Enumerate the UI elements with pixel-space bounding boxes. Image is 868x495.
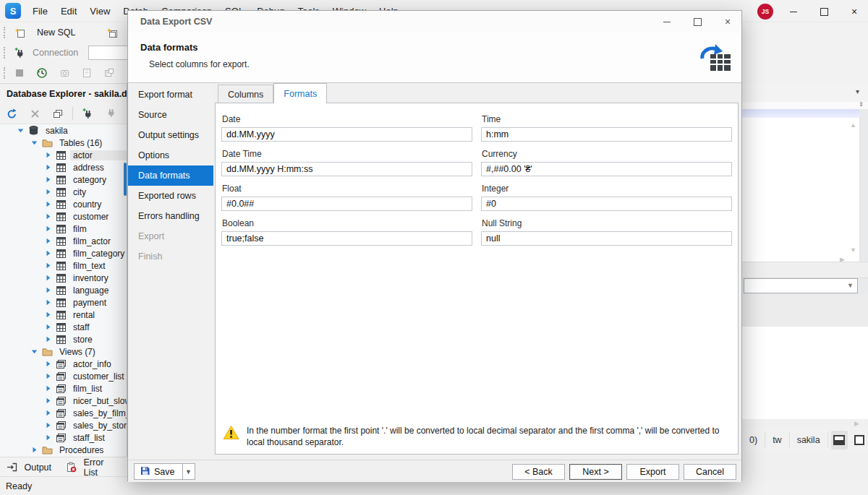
dialog-titlebar[interactable]: Data Export CSV	[128, 11, 741, 33]
field-input-date[interactable]	[221, 127, 472, 142]
chevron-right-icon[interactable]	[45, 361, 51, 367]
tab-formats[interactable]: Formats	[273, 83, 327, 103]
new-connection-icon[interactable]	[81, 107, 94, 120]
layout-split-button[interactable]	[831, 431, 848, 449]
window-maximize-button[interactable]	[816, 5, 832, 18]
tree-item-film_actor[interactable]: film_actor	[0, 235, 127, 247]
chevron-right-icon[interactable]	[45, 324, 51, 330]
menu-file[interactable]: File	[26, 6, 54, 17]
chevron-right-icon[interactable]	[45, 373, 51, 379]
tree-item-film[interactable]: film	[0, 223, 127, 235]
next-button[interactable]: Next >	[569, 464, 622, 480]
field-input-date-time[interactable]	[221, 162, 472, 176]
chevron-down-icon[interactable]	[31, 140, 38, 146]
filter-combobox[interactable]: ▼	[744, 278, 858, 293]
tree-item-sakila[interactable]: sakila	[0, 124, 127, 137]
chevron-right-icon[interactable]	[45, 397, 51, 404]
tree-item-actor[interactable]: actor	[0, 149, 127, 161]
tree-item-rental[interactable]: rental	[0, 309, 127, 321]
dialog-close-button[interactable]: ×	[718, 14, 738, 29]
tree-item-staff[interactable]: staff	[0, 321, 127, 333]
new-sql-button[interactable]: New SQL	[33, 27, 80, 38]
chevron-right-icon[interactable]	[45, 299, 51, 306]
tree-item-views7[interactable]: Views (7)	[0, 345, 127, 358]
tree-item-customer[interactable]: customer	[0, 210, 127, 223]
chevron-right-icon[interactable]	[45, 164, 51, 171]
tree-item-country[interactable]: country	[0, 198, 127, 210]
tree-item-film_category[interactable]: film_category	[0, 247, 127, 259]
field-input-integer[interactable]	[481, 197, 732, 211]
tree-item-film_list[interactable]: film_list	[0, 382, 127, 395]
tree-item-inventory[interactable]: inventory	[0, 272, 127, 284]
tab-columns[interactable]: Columns	[218, 85, 273, 103]
dialog-maximize-button[interactable]	[687, 14, 707, 29]
export-button[interactable]: Export	[626, 464, 679, 480]
field-input-currency[interactable]	[481, 162, 732, 176]
chevron-right-icon[interactable]	[45, 385, 51, 392]
tree-item-staff_list[interactable]: staff_list	[0, 431, 127, 444]
toolbar-grip[interactable]	[4, 27, 5, 38]
step-errors-handling[interactable]: Errors handling	[128, 206, 213, 226]
chevron-right-icon[interactable]	[45, 422, 51, 429]
step-data-formats[interactable]: Data formats	[128, 165, 213, 186]
back-button[interactable]: < Back	[512, 464, 565, 480]
chevron-down-icon[interactable]	[31, 349, 38, 355]
duplicate-window-icon[interactable]	[51, 107, 64, 120]
refresh-icon[interactable]	[5, 107, 18, 120]
window-minimize-button[interactable]	[786, 5, 801, 18]
editor-area[interactable]: ▲ ▼ ▶	[742, 118, 860, 262]
step-output-settings[interactable]: Output settings	[128, 125, 213, 145]
splitter-icon[interactable]: ⇕	[859, 101, 864, 108]
error-list-tab[interactable]: Error List	[84, 457, 117, 478]
chevron-down-icon[interactable]	[17, 128, 24, 134]
tree-item-language[interactable]: language	[0, 284, 127, 296]
delete-icon[interactable]	[28, 107, 41, 120]
field-input-boolean[interactable]	[221, 231, 472, 246]
save-button[interactable]: Save	[134, 463, 183, 480]
step-export[interactable]: Export	[128, 226, 213, 246]
tree-item-category[interactable]: category	[0, 173, 127, 186]
menu-edit[interactable]: Edit	[54, 6, 83, 17]
tree-item-nicer_but_slow[interactable]: nicer_but_slow	[0, 395, 127, 407]
user-avatar-badge[interactable]: JS	[757, 4, 773, 20]
chevron-right-icon[interactable]	[45, 287, 51, 293]
chevron-right-icon[interactable]	[45, 250, 51, 257]
field-input-null-string[interactable]	[481, 231, 732, 246]
chevron-right-icon[interactable]	[45, 410, 51, 416]
tree-item-procedures[interactable]: Procedures	[0, 444, 127, 456]
tree-item-payment[interactable]: payment	[0, 296, 127, 309]
chevron-right-icon[interactable]	[45, 189, 51, 195]
tree-item-tables16[interactable]: Tables (16)	[0, 137, 127, 149]
tree-item-city[interactable]: city	[0, 186, 127, 198]
new-connection-icon[interactable]	[13, 46, 26, 59]
step-exported-rows[interactable]: Exported rows	[128, 186, 213, 206]
explorer-scrollbar-thumb[interactable]	[124, 163, 127, 196]
chevron-right-icon[interactable]	[45, 262, 51, 269]
tree-item-store[interactable]: store	[0, 333, 127, 345]
tree-item-customer_list[interactable]: customer_list	[0, 370, 127, 382]
tree-item-sales_by_film_[interactable]: sales_by_film_	[0, 407, 127, 419]
window-close-button[interactable]: ×	[846, 5, 862, 18]
scroll-up-icon[interactable]: ▲	[850, 121, 856, 129]
chevron-right-icon[interactable]	[45, 311, 51, 318]
field-input-float[interactable]	[221, 197, 472, 211]
chevron-right-icon[interactable]	[31, 447, 38, 453]
layout-single-button[interactable]	[851, 431, 868, 449]
field-input-time[interactable]	[481, 127, 732, 142]
grid-selected-row[interactable]	[742, 109, 859, 118]
step-source[interactable]: Source	[128, 105, 213, 125]
cancel-button[interactable]: Cancel	[684, 464, 736, 480]
toolbar-grip[interactable]	[4, 67, 5, 79]
toolbar-grip[interactable]	[4, 47, 5, 59]
chevron-right-icon[interactable]	[45, 176, 51, 183]
chevron-right-icon[interactable]	[45, 201, 51, 207]
chevron-right-icon[interactable]	[45, 238, 51, 244]
chevron-right-icon[interactable]	[45, 152, 51, 158]
chevron-right-icon[interactable]	[45, 336, 51, 343]
expand-right-icon[interactable]: ▶	[854, 420, 859, 427]
status-segment-database[interactable]: sakila	[790, 433, 828, 447]
disconnect-icon[interactable]	[105, 107, 118, 120]
tree-item-address[interactable]: address	[0, 161, 127, 173]
toolbar-overflow-icon[interactable]: ▾	[856, 87, 859, 95]
chevron-right-icon[interactable]	[45, 213, 51, 220]
